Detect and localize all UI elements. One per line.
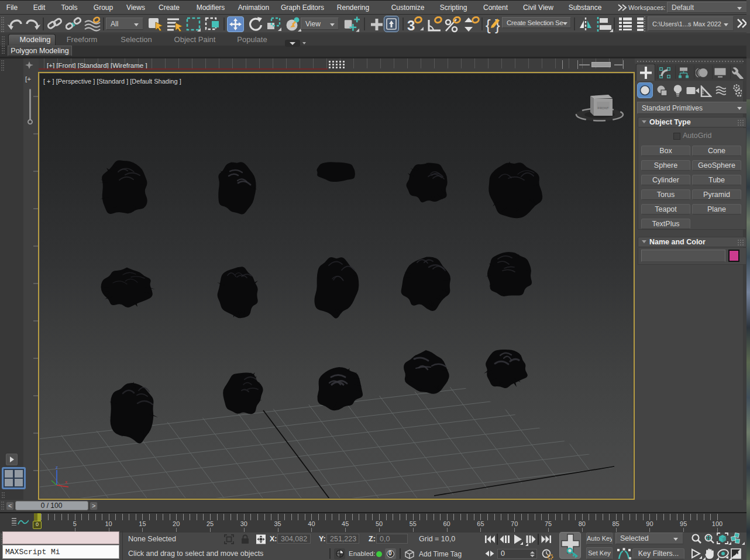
svg-text:{: { xyxy=(486,16,491,33)
svg-text:3: 3 xyxy=(407,18,415,33)
